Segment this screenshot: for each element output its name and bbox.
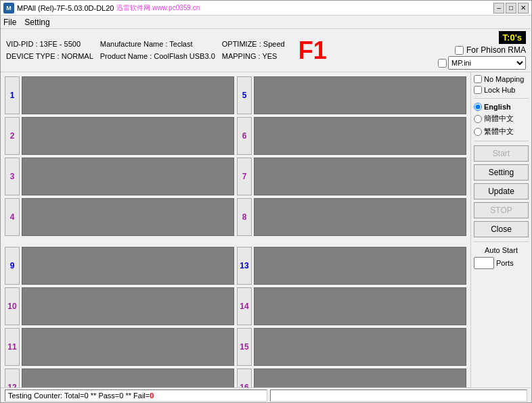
port-number-11[interactable]: 11 xyxy=(5,328,20,366)
no-mapping-label: No Mapping xyxy=(484,75,524,83)
port-row-15: 15 xyxy=(237,328,466,366)
manufacture-name: Manufacture Name : Teclast xyxy=(100,39,215,49)
ini-checkbox[interactable] xyxy=(438,59,447,68)
update-button[interactable]: Update xyxy=(474,183,529,199)
lang-traditional-label: 繁體中文 xyxy=(484,126,514,137)
fail-value: 0 xyxy=(150,392,154,400)
title-bar-left: M MPAll (Rel)-7F-5.03.0D-DL20 迅雷软件网 www.… xyxy=(3,3,200,14)
info-bar: VID-PID : 13FE - 5500 DEVICE TYPE : NORM… xyxy=(1,29,531,72)
port-number-13[interactable]: 13 xyxy=(237,247,252,285)
port-display-13 xyxy=(254,247,466,285)
ports-area: 1 2 3 4 xyxy=(1,72,470,387)
info-left: VID-PID : 13FE - 5500 DEVICE TYPE : NORM… xyxy=(6,39,93,62)
f1-badge: F1 xyxy=(298,39,327,63)
minimize-button[interactable]: – xyxy=(493,3,504,14)
port-row-5: 5 xyxy=(237,76,466,114)
for-phison-label: For Phison RMA xyxy=(466,45,526,55)
main-content: 1 2 3 4 xyxy=(1,72,531,387)
port-number-4[interactable]: 4 xyxy=(5,198,20,236)
setting-button[interactable]: Setting xyxy=(474,164,529,181)
lang-english-label: English xyxy=(484,103,511,111)
maximize-button[interactable]: □ xyxy=(506,3,516,14)
stop-button[interactable]: STOP xyxy=(474,202,529,218)
port-number-14[interactable]: 14 xyxy=(237,287,252,325)
lang-simplified-radio[interactable] xyxy=(474,115,482,123)
port-number-5[interactable]: 5 xyxy=(237,76,252,114)
port-row-12: 12 xyxy=(5,369,234,387)
port-row-4: 4 xyxy=(5,198,234,236)
port-row-11: 11 xyxy=(5,328,234,366)
port-number-10[interactable]: 10 xyxy=(5,287,20,325)
device-type: DEVICE TYPE : NORMAL xyxy=(6,51,93,62)
for-phison-checkbox[interactable] xyxy=(455,46,464,55)
port-display-1 xyxy=(22,76,234,114)
port-row-9: 9 xyxy=(5,247,234,285)
separator-left xyxy=(5,239,234,244)
port-number-6[interactable]: 6 xyxy=(237,117,252,155)
port-row-13: 13 xyxy=(237,247,466,285)
port-row-7: 7 xyxy=(237,158,466,195)
auto-start-input[interactable]: 0 xyxy=(474,257,494,269)
lock-hub-row: Lock Hub xyxy=(474,86,529,94)
port-number-2[interactable]: 2 xyxy=(5,117,20,155)
close-button[interactable]: Close xyxy=(474,221,529,237)
start-button[interactable]: Start xyxy=(474,145,529,162)
window-title: MPAll (Rel)-7F-5.03.0D-DL20 xyxy=(17,4,114,12)
port-group-left: 1 2 3 4 xyxy=(5,76,234,387)
port-number-16[interactable]: 16 xyxy=(237,369,252,387)
port-number-9[interactable]: 9 xyxy=(5,247,20,285)
menu-file[interactable]: File xyxy=(3,18,16,27)
port-number-7[interactable]: 7 xyxy=(237,158,252,195)
watermark: 迅雷软件网 www.pc0359.cn xyxy=(116,3,200,13)
auto-start-ports-label: Ports xyxy=(496,259,514,267)
port-display-3 xyxy=(22,158,234,195)
lock-hub-label: Lock Hub xyxy=(484,86,515,94)
port-row-2: 2 xyxy=(5,117,234,155)
testing-counter: Testing Counter: Total=0 ** Pass=0 ** Fa… xyxy=(8,392,150,400)
port-display-11 xyxy=(22,328,234,366)
port-group-right: 5 6 7 8 xyxy=(237,76,466,387)
top-right-controls: T:0's For Phison RMA MP.ini xyxy=(438,31,526,70)
lang-simplified-row: 簡體中文 xyxy=(474,114,529,124)
port-display-8 xyxy=(254,198,466,236)
lang-english-radio[interactable] xyxy=(474,103,482,111)
lang-traditional-radio[interactable] xyxy=(474,128,482,136)
status-right xyxy=(270,389,527,402)
title-controls: – □ ✕ xyxy=(493,3,529,14)
optimize: OPTIMIZE : Speed xyxy=(222,39,285,49)
port-row-1: 1 xyxy=(5,76,234,114)
ports-grid: 1 2 3 4 xyxy=(5,76,466,387)
port-display-16 xyxy=(254,369,466,387)
menu-setting[interactable]: Setting xyxy=(24,18,49,27)
status-bar: Testing Counter: Total=0 ** Pass=0 ** Fa… xyxy=(1,387,531,402)
port-display-7 xyxy=(254,158,466,195)
port-display-6 xyxy=(254,117,466,155)
port-row-3: 3 xyxy=(5,158,234,195)
divider-1 xyxy=(474,98,529,99)
right-panel: No Mapping Lock Hub English 簡體中文 繁體中文 St… xyxy=(470,72,531,387)
port-number-15[interactable]: 15 xyxy=(237,328,252,366)
port-display-4 xyxy=(22,198,234,236)
lock-hub-checkbox[interactable] xyxy=(474,86,482,94)
port-number-12[interactable]: 12 xyxy=(5,369,20,387)
port-number-1[interactable]: 1 xyxy=(5,76,20,114)
close-window-button[interactable]: ✕ xyxy=(518,3,529,14)
port-row-14: 14 xyxy=(237,287,466,325)
port-number-8[interactable]: 8 xyxy=(237,198,252,236)
no-mapping-checkbox[interactable] xyxy=(474,75,482,83)
port-row-10: 10 xyxy=(5,287,234,325)
app-icon: M xyxy=(3,3,14,14)
lang-simplified-label: 簡體中文 xyxy=(484,114,514,124)
lang-english-row: English xyxy=(474,103,529,111)
port-display-15 xyxy=(254,328,466,366)
main-window: M MPAll (Rel)-7F-5.03.0D-DL20 迅雷软件网 www.… xyxy=(0,0,532,403)
menu-bar: File Setting xyxy=(1,16,531,29)
port-row-16: 16 xyxy=(237,369,466,387)
port-display-5 xyxy=(254,76,466,114)
timer-display: T:0's xyxy=(499,31,526,44)
port-row-8: 8 xyxy=(237,198,466,236)
ini-select[interactable]: MP.ini xyxy=(448,56,526,70)
divider-3 xyxy=(474,241,529,242)
auto-start-label: Auto Start xyxy=(474,246,529,254)
port-number-3[interactable]: 3 xyxy=(5,158,20,195)
